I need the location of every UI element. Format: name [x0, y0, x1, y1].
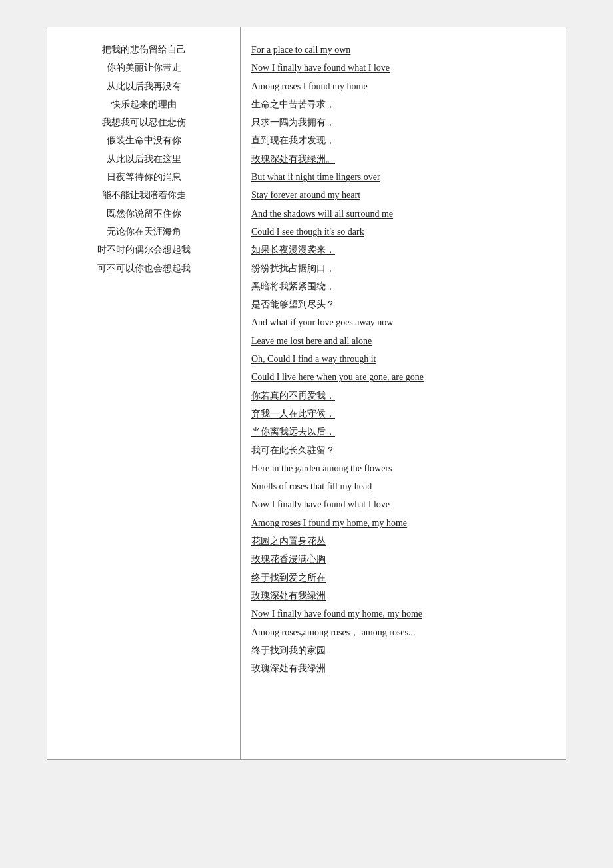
right-lyric-line: Smells of roses that fill my head: [251, 477, 555, 495]
right-lyric-line: 玫瑰深处有我绿洲: [251, 659, 555, 677]
right-lyric-line: Among roses I found my home: [251, 77, 555, 95]
lyrics-container: 把我的悲伤留给自己你的美丽让你带走从此以后我再没有快乐起来的理由我想我可以忍住悲…: [47, 27, 566, 760]
left-lyrics-column: 把我的悲伤留给自己你的美丽让你带走从此以后我再没有快乐起来的理由我想我可以忍住悲…: [47, 27, 241, 759]
left-lyric-line: 能不能让我陪着你走: [58, 186, 229, 204]
right-lyric-line: Could I live here when you are gone, are…: [251, 368, 555, 386]
right-lyric-line: And what if your love goes away now: [251, 313, 555, 331]
left-lyric-line: 我想我可以忍住悲伤: [58, 113, 229, 131]
right-lyric-line: 是否能够望到尽头？: [251, 295, 555, 313]
right-lyric-line: 生命之中苦苦寻求，: [251, 95, 555, 113]
left-lyric-line: 日夜等待你的消息: [58, 168, 229, 186]
left-lyric-line: 假装生命中没有你: [58, 131, 229, 149]
right-lyric-line: 花园之内置身花丛: [251, 532, 555, 550]
left-lyric-line: 无论你在天涯海角: [58, 223, 229, 241]
left-lyric-line: 快乐起来的理由: [58, 95, 229, 113]
right-lyric-line: Among roses I found my home, my home: [251, 514, 555, 532]
right-lyric-line: Leave me lost here and all alone: [251, 332, 555, 350]
left-lyric-line: 既然你说留不住你: [58, 205, 229, 223]
left-lyric-line: 从此以后我在这里: [58, 150, 229, 168]
right-lyric-line: And the shadows will all surround me: [251, 205, 555, 223]
right-lyric-line: 纷纷扰扰占据胸口，: [251, 259, 555, 277]
right-lyric-line: 弃我一人在此守候，: [251, 405, 555, 423]
right-lyric-line: 终于找到爱之所在: [251, 569, 555, 587]
right-lyric-line: 玫瑰深处有我绿洲。: [251, 150, 555, 168]
right-lyric-line: Among roses,among roses， among roses...: [251, 623, 555, 641]
right-lyric-line: Now I finally have found what I love: [251, 495, 555, 513]
right-lyric-line: 玫瑰花香浸满心胸: [251, 550, 555, 568]
right-lyric-line: Now I finally have found my home, my hom…: [251, 605, 555, 623]
right-lyric-line: 黑暗将我紧紧围绕，: [251, 277, 555, 295]
left-lyric-line: 你的美丽让你带走: [58, 59, 229, 77]
left-lyric-line: 把我的悲伤留给自己: [58, 41, 229, 59]
right-lyric-line: 终于找到我的家园: [251, 641, 555, 659]
right-lyric-line: 直到现在我才发现，: [251, 131, 555, 149]
right-lyric-line: Now I finally have found what I love: [251, 59, 555, 77]
right-lyric-line: 只求一隅为我拥有，: [251, 113, 555, 131]
right-lyrics-column: For a place to call my ownNow I finally …: [241, 27, 566, 759]
right-lyric-line: Here in the garden among the flowers: [251, 459, 555, 477]
right-lyric-line: For a place to call my own: [251, 41, 555, 59]
right-lyric-line: 你若真的不再爱我，: [251, 387, 555, 405]
right-lyric-line: But what if night time lingers over: [251, 168, 555, 186]
left-lyric-line: 从此以后我再没有: [58, 77, 229, 95]
right-lyric-line: 玫瑰深处有我绿洲: [251, 587, 555, 605]
right-lyric-line: 如果长夜漫漫袭来，: [251, 241, 555, 259]
right-lyric-line: Stay forever around my heart: [251, 186, 555, 204]
right-lyric-line: 当你离我远去以后，: [251, 423, 555, 441]
right-lyric-line: Could I see though it's so dark: [251, 223, 555, 241]
right-lyric-line: Oh, Could I find a way through it: [251, 350, 555, 368]
right-lyric-line: 我可在此长久驻留？: [251, 441, 555, 459]
left-lyric-line: 可不可以你也会想起我: [58, 259, 229, 277]
left-lyric-line: 时不时的偶尔会想起我: [58, 241, 229, 259]
